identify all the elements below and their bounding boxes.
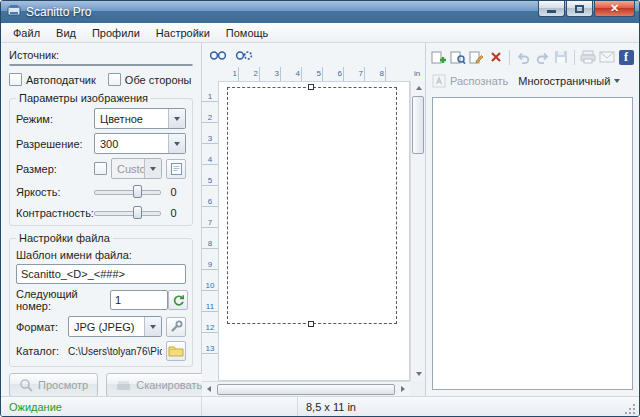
maximize-button[interactable] [566,1,593,17]
format-select[interactable]: JPG (JPEG) [68,316,162,337]
source-options: Автоподатчик Обе стороны [9,73,193,86]
image-params-group: Параметры изображения Режим: Цветное Раз… [9,98,193,226]
undo-icon [516,51,531,64]
format-value: JPG (JPEG) [74,321,144,333]
redo-button[interactable] [533,47,551,67]
selection-handle-bottom[interactable] [308,321,314,327]
menu-item-3[interactable]: Настройки [148,25,218,41]
format-options-button[interactable] [166,317,186,337]
scroll-left-button[interactable] [202,382,216,396]
preview-area: 12345678 in 12345678910111213 [202,67,425,396]
scan-canvas[interactable] [218,81,410,381]
undo-button[interactable] [514,47,532,67]
glasses-select-icon [235,50,253,61]
preview-panel: 12345678 in 12345678910111213 [202,43,426,396]
resize-grip[interactable] [623,402,637,416]
autofeeder-checkbox[interactable] [9,73,22,86]
titlebar: Scanitto Pro ✕ [1,1,639,23]
horizontal-scrollbar[interactable] [202,381,410,396]
statusbar: Ожидание 8,5 x 11 in [1,396,639,416]
duplex-checkbox[interactable] [108,73,121,86]
scan-area-tool-button[interactable] [233,45,255,65]
page-setup-button[interactable] [166,159,186,179]
scanner-icon [116,379,131,391]
horizontal-scroll-thumb[interactable] [217,384,395,395]
pages-list[interactable] [432,97,633,390]
brightness-slider-thumb[interactable] [133,185,142,198]
view-page-button[interactable] [449,47,467,67]
file-settings-title: Настройки файла [16,232,113,244]
size-select: Custom [111,158,162,179]
format-label: Формат: [16,321,68,333]
next-number-input[interactable] [110,290,168,310]
template-label: Шаблон имени файла: [16,249,186,261]
contrast-slider-thumb[interactable] [133,206,142,219]
page-setup-icon [170,162,183,176]
vertical-scroll-thumb[interactable] [412,96,424,154]
scroll-up-button[interactable] [411,81,426,95]
view-page-icon [450,50,466,65]
resolution-label: Разрешение: [16,138,94,150]
scrollbar-corner [410,381,425,396]
view-tool-button[interactable] [207,45,229,65]
h-ruler: 12345678 [218,67,410,81]
add-page-button[interactable] [430,47,448,67]
contrast-slider[interactable] [94,204,161,221]
email-button[interactable] [598,47,616,67]
mode-value: Цветное [100,113,168,125]
source-select[interactable] [9,64,193,66]
recognize-button[interactable]: Распознать [432,74,508,88]
size-checkbox[interactable] [94,162,107,175]
menu-item-4[interactable]: Помощь [218,25,277,41]
vertical-scrollbar[interactable] [410,81,425,381]
recognize-button-label: Распознать [450,75,508,87]
menu-item-2[interactable]: Профили [84,25,148,41]
template-input[interactable] [16,264,186,284]
save-button[interactable] [552,47,570,67]
size-label: Размер: [16,163,94,175]
scroll-down-button[interactable] [411,367,426,381]
preview-button[interactable]: Просмотр [9,373,98,397]
chevron-down-icon [144,317,161,336]
chevron-down-icon [144,159,161,178]
menu-item-0[interactable]: Файл [5,25,48,41]
contrast-label: Контрастность: [16,207,94,219]
edit-page-button[interactable] [468,47,486,67]
reset-counter-button[interactable] [168,290,188,310]
brightness-value: 0 [171,186,186,198]
facebook-button[interactable]: f [617,47,635,67]
minimize-icon [547,10,556,13]
mode-select[interactable]: Цветное [94,108,186,129]
minimize-button[interactable] [538,1,565,17]
save-icon [554,50,568,64]
magnifier-icon [19,378,33,392]
chevron-down-icon [168,109,185,128]
scan-selection[interactable] [227,87,397,324]
scroll-right-button[interactable] [396,382,410,396]
menu-item-1[interactable]: Вид [48,25,84,41]
window-title: Scanitto Pro [26,5,91,19]
pages-toolbar-2: Распознать Многостраничный [426,69,639,93]
size-value: Custom [117,163,144,175]
browse-folder-button[interactable] [166,341,186,361]
scan-settings-panel: Источник: Автоподатчик Обе стороны Парам… [1,43,202,396]
brightness-label: Яркость: [16,186,94,198]
close-icon: ✕ [610,3,619,14]
reset-counter-icon [172,294,185,307]
ocr-icon [432,74,446,88]
edit-page-icon [469,50,485,65]
brightness-slider[interactable] [94,183,161,200]
print-button[interactable] [579,47,597,67]
resolution-select[interactable]: 300 [94,133,186,154]
printer-icon [580,50,596,64]
contrast-value: 0 [171,207,186,219]
selection-handle-top[interactable] [308,84,314,90]
close-button[interactable]: ✕ [594,1,635,17]
image-params-title: Параметры изображения [16,92,151,104]
maximize-icon [575,5,584,13]
delete-page-button[interactable] [487,47,505,67]
chevron-down-icon [168,134,185,153]
duplex-label: Обе стороны [125,74,192,86]
multipage-button[interactable]: Многостраничный [518,75,620,87]
status-state: Ожидание [1,397,202,416]
